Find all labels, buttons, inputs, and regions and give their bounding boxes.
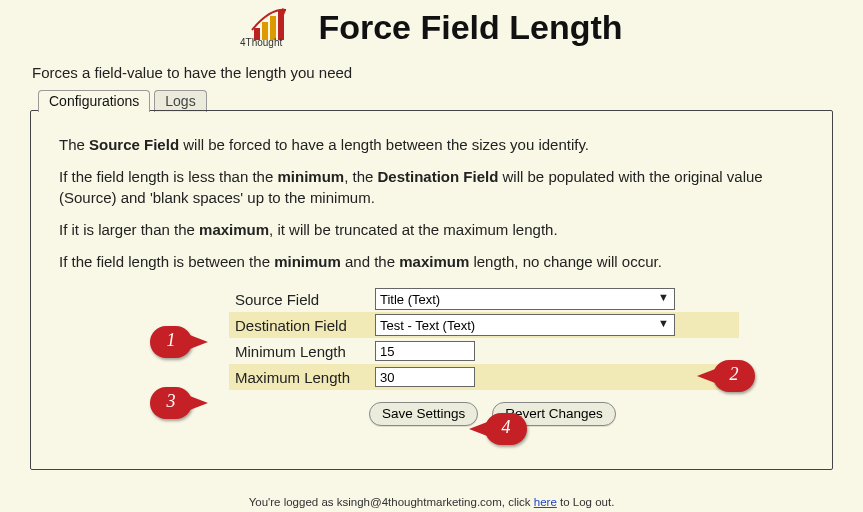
tab-logs[interactable]: Logs bbox=[154, 90, 206, 112]
label-maximum-length: Maximum Length bbox=[229, 369, 375, 386]
desc-line-4: If the field length is between the minim… bbox=[59, 252, 804, 272]
desc-line-1: The Source Field will be forced to have … bbox=[59, 135, 804, 155]
minimum-length-input[interactable] bbox=[375, 341, 475, 361]
tabs: Configurations Logs bbox=[38, 89, 833, 111]
page-subtitle: Forces a field-value to have the length … bbox=[32, 64, 833, 81]
settings-form: Source Field Title (Text) Destination Fi… bbox=[229, 286, 739, 426]
label-source-field: Source Field bbox=[229, 291, 375, 308]
footer-status: You're logged as ksingh@4thoughtmarketin… bbox=[0, 496, 863, 508]
row-minimum-length: Minimum Length bbox=[229, 338, 739, 364]
svg-text:4Thought: 4Thought bbox=[240, 37, 282, 48]
desc-line-3: If it is larger than the maximum, it wil… bbox=[59, 220, 804, 240]
save-settings-button[interactable]: Save Settings bbox=[369, 402, 478, 426]
maximum-length-input[interactable] bbox=[375, 367, 475, 387]
config-panel: The Source Field will be forced to have … bbox=[30, 110, 833, 470]
tab-configurations[interactable]: Configurations bbox=[38, 90, 150, 112]
row-maximum-length: Maximum Length bbox=[229, 364, 739, 390]
page-header: 4Thought Force Field Length bbox=[30, 0, 833, 50]
label-minimum-length: Minimum Length bbox=[229, 343, 375, 360]
revert-changes-button[interactable]: Revert Changes bbox=[492, 402, 616, 426]
button-row: Save Settings Revert Changes bbox=[229, 402, 739, 426]
page-title: Force Field Length bbox=[318, 8, 622, 47]
row-destination-field: Destination Field Test - Text (Text) bbox=[229, 312, 739, 338]
svg-rect-3 bbox=[278, 10, 284, 40]
label-destination-field: Destination Field bbox=[229, 317, 375, 334]
destination-field-select[interactable]: Test - Text (Text) bbox=[375, 314, 675, 336]
source-field-select[interactable]: Title (Text) bbox=[375, 288, 675, 310]
logout-link[interactable]: here bbox=[534, 496, 557, 508]
desc-line-2: If the field length is less than the min… bbox=[59, 167, 804, 208]
row-source-field: Source Field Title (Text) bbox=[229, 286, 739, 312]
brand-logo: 4Thought bbox=[240, 6, 306, 50]
